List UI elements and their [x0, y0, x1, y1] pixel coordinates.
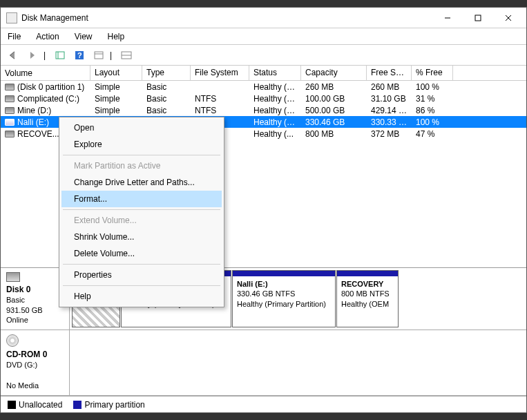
partition[interactable]: Nalli (E:)330.46 GB NTFSHealthy (Primary…	[232, 270, 336, 328]
swatch-black	[8, 401, 16, 409]
titlebar: Disk Management	[1, 8, 526, 28]
app-icon	[6, 12, 17, 23]
ctx-delete[interactable]: Delete Volume...	[61, 245, 222, 262]
volume-icon	[5, 131, 15, 137]
disk-icon	[6, 272, 20, 282]
cell-layout: Simple	[90, 93, 142, 104]
ctx-properties[interactable]: Properties	[61, 267, 222, 283]
ctx-open[interactable]: Open	[61, 120, 222, 136]
cell-percent: 47 %	[412, 128, 453, 140]
cell-status: Healthy (P...	[249, 105, 301, 116]
cell-free: 260 MB	[367, 82, 412, 93]
col-volume[interactable]: Volume	[1, 66, 90, 80]
cdrom-status: No Media	[6, 381, 39, 390]
cell-capacity: 500.00 GB	[301, 105, 367, 116]
svg-text:?: ?	[77, 51, 82, 59]
minimize-button[interactable]	[432, 8, 463, 28]
ctx-mark-active: Mark Partition as Active	[61, 158, 222, 174]
disk-0-size: 931.50 GB	[6, 306, 43, 314]
swatch-blue	[73, 401, 82, 409]
cell-free: 31.10 GB	[367, 93, 412, 104]
table-row[interactable]: Mine (D:)SimpleBasicNTFSHealthy (P...500…	[1, 104, 526, 116]
partition[interactable]: RECOVERY800 MB NTFSHealthy (OEM	[336, 270, 399, 328]
cdrom-name: CD-ROM 0	[6, 350, 47, 359]
forward-button[interactable]	[24, 48, 41, 63]
cell-volume: (Disk 0 partition 1)	[17, 82, 84, 92]
stripe	[233, 271, 335, 276]
separator	[63, 285, 220, 286]
cell-percent: 86 %	[412, 105, 453, 116]
menu-help[interactable]: Help	[105, 30, 128, 43]
column-headers: Volume Layout Type File System Status Ca…	[1, 66, 526, 81]
cd-icon	[6, 334, 19, 347]
separator	[63, 209, 220, 210]
window-title: Disk Management	[21, 13, 432, 23]
cell-status: Healthy (P...	[249, 117, 301, 128]
cell-fs: NTFS	[191, 93, 249, 104]
col-layout[interactable]: Layout	[90, 66, 142, 80]
partition-title: RECOVERY	[341, 280, 383, 288]
ctx-format[interactable]: Format...	[61, 191, 222, 207]
cell-capacity: 100.00 GB	[301, 93, 367, 104]
partition-title: Nalli (E:)	[237, 280, 268, 288]
disk-management-window: Disk Management File Action View Help | …	[0, 7, 527, 413]
table-row[interactable]: Complicated (C:)SimpleBasicNTFSHealthy (…	[1, 93, 526, 104]
cdrom-label: CD-ROM 0 DVD (G:) No Media	[1, 330, 70, 395]
separator: |	[44, 50, 49, 60]
partition-status: Healthy (Primary Partition)	[237, 300, 326, 308]
cdrom-row[interactable]: CD-ROM 0 DVD (G:) No Media	[1, 330, 526, 396]
col-type[interactable]: Type	[142, 66, 191, 80]
cell-type: Basic	[142, 105, 191, 116]
volume-icon	[5, 119, 15, 126]
separator	[63, 155, 220, 155]
settings-icon[interactable]	[90, 48, 107, 63]
stripe	[337, 271, 398, 276]
menu-file[interactable]: File	[5, 30, 23, 43]
partition-status: Healthy (OEM	[341, 300, 389, 308]
separator: |	[110, 50, 115, 60]
back-button[interactable]	[5, 48, 21, 63]
table-row[interactable]: (Disk 0 partition 1)SimpleBasicHealthy (…	[1, 81, 526, 93]
cell-capacity: 260 MB	[301, 82, 367, 93]
cell-volume: Complicated (C:)	[17, 94, 79, 104]
legend: Unallocated Primary partition	[1, 396, 526, 412]
disk-0-status: Online	[6, 316, 28, 324]
view-icon[interactable]	[52, 48, 68, 63]
cell-layout: Simple	[90, 82, 142, 93]
col-status[interactable]: Status	[249, 66, 301, 80]
ctx-shrink[interactable]: Shrink Volume...	[61, 229, 222, 245]
cdrom-drive: DVD (G:)	[6, 361, 37, 369]
legend-unallocated: Unallocated	[8, 400, 62, 410]
context-menu: Open Explore Mark Partition as Active Ch…	[59, 117, 224, 307]
col-filesystem[interactable]: File System	[191, 66, 249, 80]
cell-percent: 100 %	[412, 82, 453, 93]
cell-fs: NTFS	[191, 105, 249, 116]
separator	[63, 264, 220, 265]
cell-percent: 31 %	[412, 93, 453, 104]
cell-status: Healthy (B...	[249, 93, 301, 104]
disk-0-name: Disk 0	[6, 285, 30, 294]
maximize-button[interactable]	[463, 8, 493, 28]
svg-rect-1	[475, 15, 481, 21]
menu-view[interactable]: View	[72, 30, 95, 43]
col-free[interactable]: Free Spa...	[367, 66, 412, 80]
ctx-help[interactable]: Help	[61, 288, 222, 305]
close-button[interactable]	[493, 8, 524, 28]
volume-icon	[5, 95, 15, 102]
menu-action[interactable]: Action	[33, 30, 61, 43]
ctx-change-letter[interactable]: Change Drive Letter and Paths...	[61, 174, 222, 191]
col-percent[interactable]: % Free	[412, 66, 453, 80]
toolbar: | ? |	[1, 45, 526, 66]
list-icon[interactable]	[118, 48, 135, 63]
cell-percent: 100 %	[412, 117, 453, 128]
cell-status: Healthy (E...	[249, 82, 301, 93]
volume-icon	[5, 84, 15, 90]
svg-rect-8	[95, 52, 103, 59]
ctx-extend: Extend Volume...	[61, 212, 222, 229]
help-icon[interactable]: ?	[71, 48, 88, 63]
cell-status: Healthy (...	[249, 128, 301, 140]
volume-icon	[5, 107, 15, 114]
col-capacity[interactable]: Capacity	[301, 66, 367, 80]
cell-volume: Nalli (E:)	[17, 117, 49, 127]
ctx-explore[interactable]: Explore	[61, 136, 222, 153]
